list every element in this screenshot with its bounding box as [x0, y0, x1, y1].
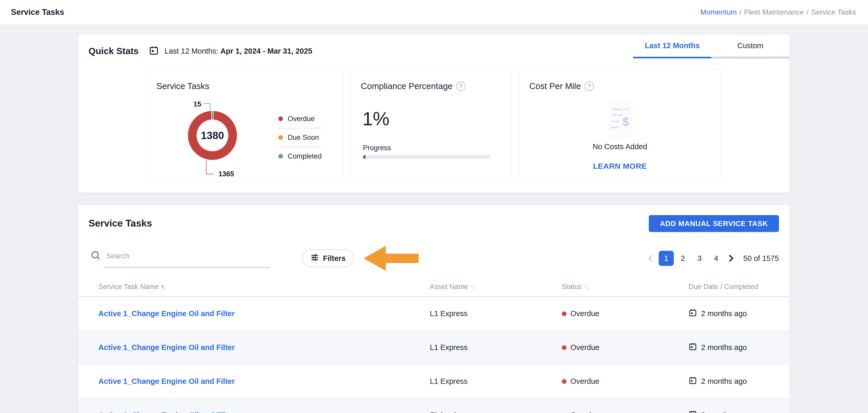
column-header-service-task-name[interactable]: Service Task Name↑↓	[98, 283, 430, 291]
compliance-title: Compliance Percentage	[361, 81, 453, 91]
task-link[interactable]: Active 1_Change Engine Oil and Filter	[98, 377, 235, 385]
page-button-4[interactable]: 4	[709, 251, 724, 266]
previous-page-icon[interactable]	[646, 255, 654, 262]
overdue-dot-icon	[278, 116, 283, 121]
calendar-icon	[689, 376, 697, 386]
overdue-dot-icon	[562, 345, 566, 350]
progress-bar	[363, 155, 490, 159]
due-date-cell: 2 months ago	[689, 376, 789, 386]
date-range-value: Apr 1, 2024 - Mar 31, 2025	[220, 47, 312, 55]
compliance-stat-card: Compliance Percentage ? 1% Progress	[351, 69, 512, 182]
asset-name: L1 Express	[430, 343, 562, 352]
breadcrumb-separator: /	[807, 8, 809, 16]
donut-center: 1380	[196, 120, 228, 151]
pagination: 1 2 3 4 50 of 1575	[646, 250, 779, 266]
calendar-icon	[689, 410, 697, 413]
legend-divider	[278, 147, 322, 147]
add-manual-service-task-button[interactable]: ADD MANUAL SERVICE TASK	[649, 215, 779, 232]
search-input[interactable]	[103, 245, 270, 268]
service-tasks-section: Service Tasks ADD MANUAL SERVICE TASK Fi…	[78, 205, 789, 413]
status-cell: Overdue	[562, 309, 689, 318]
due-date-text: 2 months ago	[701, 309, 747, 318]
legend-divider	[278, 128, 322, 128]
quick-stats-card: Quick Stats Last 12 Months: Apr 1, 2024 …	[78, 34, 789, 193]
donut-total: 1380	[201, 130, 224, 141]
status-label: Overdue	[570, 343, 599, 352]
task-link[interactable]: Active 1_Change Engine Oil and Filter	[98, 411, 235, 413]
page-button-1[interactable]: 1	[659, 251, 674, 266]
learn-more-link[interactable]: LEARN MORE	[519, 162, 720, 171]
due-date-cell: 2 months ago	[689, 410, 789, 413]
date-range: Last 12 Months: Apr 1, 2024 - Mar 31, 20…	[164, 47, 312, 56]
task-link[interactable]: Active 1_Change Engine Oil and Filter	[98, 309, 235, 318]
due-soon-dot-icon	[278, 135, 283, 140]
due-date-text: 2 months ago	[701, 343, 747, 352]
tab-track	[711, 57, 789, 58]
table-row: Active 1_Change Engine Oil and Filter L1…	[78, 331, 789, 364]
donut-callout-completed: 15	[186, 100, 201, 108]
quick-stats-title: Quick Stats	[89, 46, 139, 56]
filters-label: Filters	[323, 254, 345, 263]
breadcrumb-fleet-maintenance: Fleet Maintenance	[744, 8, 804, 16]
breadcrumb: Momentum/Fleet Maintenance/Service Tasks	[700, 8, 856, 17]
stat-cards-row: Service Tasks 15 1380 1365 Overdue	[146, 69, 721, 182]
legend-item-due-soon: Due Soon	[278, 131, 322, 144]
filters-button[interactable]: Filters	[302, 249, 354, 267]
help-icon[interactable]: ?	[585, 82, 594, 91]
legend-label: Completed	[288, 152, 322, 160]
due-date-text: 2 months ago	[701, 411, 747, 413]
date-range-label: Last 12 Months:	[164, 47, 218, 55]
cost-per-mile-stat-card: Cost Per Mile ? $ No Costs Added LEARN M…	[519, 69, 721, 182]
compliance-value: 1%	[363, 108, 390, 129]
due-date-cell: 2 months ago	[689, 343, 789, 353]
asset-name: L1 Express	[430, 377, 562, 386]
asset-name: Richardson	[430, 411, 562, 413]
dollar-glyph: $	[622, 115, 629, 129]
status-label: Overdue	[570, 377, 599, 386]
page-button-2[interactable]: 2	[675, 251, 690, 266]
status-cell: Overdue	[562, 377, 689, 386]
sort-icon: ↑↓	[470, 283, 475, 291]
due-date-cell: 2 months ago	[689, 308, 789, 319]
breadcrumb-link-momentum[interactable]: Momentum	[700, 8, 737, 16]
service-tasks-donut: 1380	[188, 111, 237, 160]
quick-stats-header: Quick Stats Last 12 Months: Apr 1, 2024 …	[78, 34, 789, 69]
overdue-dot-icon	[562, 312, 566, 316]
status-cell: Overdue	[562, 343, 689, 352]
tab-custom[interactable]: Custom	[711, 34, 789, 57]
page-button-3[interactable]: 3	[692, 251, 707, 266]
column-header-status[interactable]: Status↑↓	[562, 283, 689, 291]
top-bar: Service Tasks Momentum/Fleet Maintenance…	[0, 0, 868, 25]
compliance-title-row: Compliance Percentage ?	[361, 81, 465, 91]
table-header: Service Task Name↑↓ Asset Name↑↓ Status↑…	[78, 277, 789, 297]
donut-legend: Overdue Due Soon Completed	[278, 113, 322, 162]
legend-label: Overdue	[288, 115, 315, 123]
table-body: Active 1_Change Engine Oil and Filter L1…	[78, 297, 789, 413]
table-row: Active 1_Change Engine Oil and Filter L1…	[78, 297, 789, 331]
pagination-summary: 50 of 1575	[743, 254, 779, 263]
breadcrumb-separator: /	[739, 8, 741, 16]
donut-callout-overdue: 1365	[218, 170, 234, 178]
no-costs-text: No Costs Added	[519, 142, 720, 151]
table-row: Active 1_Change Engine Oil and Filter L1…	[78, 364, 789, 399]
filters-icon	[310, 253, 319, 264]
tab-last-12-months[interactable]: Last 12 Months	[633, 34, 711, 57]
service-tasks-stat-card: Service Tasks 15 1380 1365 Overdue	[146, 69, 343, 182]
due-date-text: 2 months ago	[701, 377, 747, 386]
progress-fill	[363, 155, 366, 159]
legend-label: Due Soon	[288, 134, 319, 142]
cost-title-row: Cost Per Mile ?	[529, 81, 594, 91]
page-title: Service Tasks	[11, 7, 64, 17]
column-header-asset-name[interactable]: Asset Name↑↓	[430, 283, 562, 291]
status-cell: Overdue	[562, 411, 689, 413]
calendar-icon	[149, 46, 159, 57]
help-icon[interactable]: ?	[456, 82, 465, 91]
next-page-icon[interactable]	[727, 255, 735, 262]
quick-stats-tabs: Last 12 Months Custom	[633, 34, 789, 58]
task-link[interactable]: Active 1_Change Engine Oil and Filter	[98, 343, 235, 352]
overdue-dot-icon	[562, 379, 566, 384]
table-row: Active 1_Change Engine Oil and Filter Ri…	[78, 399, 789, 413]
legend-item-completed: Completed	[278, 150, 322, 162]
service-tasks-chart-title: Service Tasks	[156, 81, 209, 91]
calendar-icon	[689, 308, 697, 319]
